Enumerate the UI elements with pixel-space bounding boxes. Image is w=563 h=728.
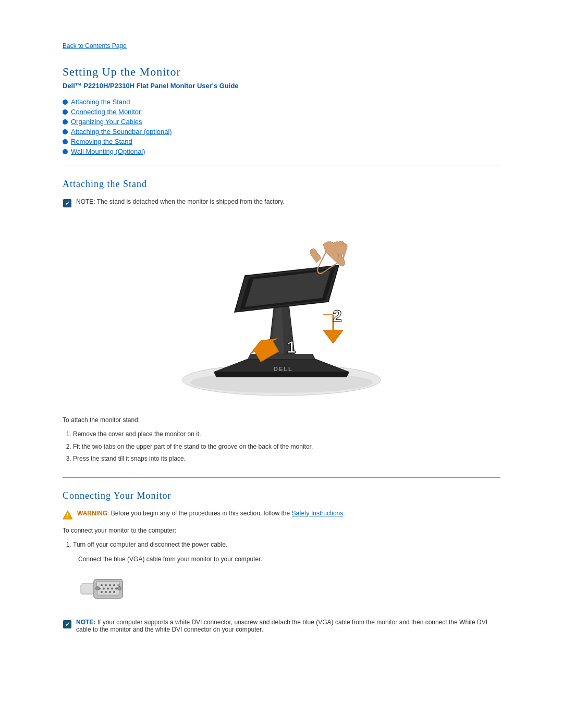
nav-item-connecting-monitor[interactable]: Connecting the Monitor — [63, 108, 500, 116]
svg-point-20 — [107, 588, 109, 590]
svg-text:1: 1 — [287, 338, 296, 356]
svg-point-17 — [117, 584, 119, 586]
subtitle: Dell™ P2210H/P2310H Flat Panel Monitor U… — [63, 82, 500, 90]
svg-point-13 — [101, 584, 103, 586]
divider-2 — [63, 477, 500, 478]
nav-item-soundbar[interactable]: Attaching the Soundbar (optional) — [63, 128, 500, 135]
nav-link-attaching-stand[interactable]: Attaching the Stand — [71, 98, 130, 106]
warning-label: WARNING — [77, 510, 107, 517]
nav-link-connecting-monitor[interactable]: Connecting the Monitor — [71, 108, 141, 116]
nav-link-removing-stand[interactable]: Removing the Stand — [71, 138, 132, 145]
svg-point-27 — [96, 587, 100, 590]
connect-steps-list: Turn off your computer and disconnect th… — [73, 539, 500, 551]
svg-text:2: 2 — [333, 306, 342, 325]
svg-point-21 — [111, 588, 113, 590]
nav-bullet — [63, 119, 68, 125]
vga-connector-illustration — [78, 568, 130, 610]
svg-point-16 — [113, 584, 115, 586]
note2-label: NOTE: — [76, 619, 95, 626]
note-vga-text: NOTE: If your computer supports a white … — [76, 619, 500, 633]
svg-point-22 — [115, 588, 117, 590]
nav-link-wall-mounting[interactable]: Wall Mounting (Optional) — [71, 147, 145, 155]
svg-point-26 — [113, 591, 115, 593]
connect-step-1: Turn off your computer and disconnect th… — [73, 539, 500, 551]
svg-point-25 — [109, 591, 111, 593]
attaching-stand-title: Attaching the Stand — [63, 179, 500, 190]
nav-link-organizing-cables[interactable]: Organizing Your Cables — [71, 118, 142, 126]
nav-bullet — [63, 139, 68, 144]
attach-steps-list: Remove the cover and place the monitor o… — [73, 429, 500, 465]
nav-bullet — [63, 129, 68, 134]
nav-item-organizing-cables[interactable]: Organizing Your Cables — [63, 118, 500, 126]
svg-point-23 — [101, 591, 103, 593]
warning-text: WARNING: Before you begin any of the pro… — [77, 510, 345, 517]
svg-point-14 — [105, 584, 107, 586]
svg-point-24 — [105, 591, 107, 593]
attach-step-3: Press the stand till it snaps into its p… — [73, 453, 500, 465]
note-icon: ✓ — [63, 199, 72, 208]
nav-item-attaching-stand[interactable]: Attaching the Stand — [63, 98, 500, 106]
to-connect-text: To connect your monitor to the computer: — [63, 527, 500, 534]
attach-step-1: Remove the cover and place the monitor o… — [73, 429, 500, 440]
nav-link-soundbar[interactable]: Attaching the Soundbar (optional) — [71, 128, 172, 135]
warning-before-link: : Before you begin any of the procedures… — [107, 510, 292, 517]
svg-text:✓: ✓ — [65, 200, 70, 206]
nav-list: Attaching the Stand Connecting the Monit… — [63, 98, 500, 155]
nav-item-wall-mounting[interactable]: Wall Mounting (Optional) — [63, 147, 500, 155]
safety-instructions-link[interactable]: Safety Instructions — [292, 510, 344, 517]
note-box-vga: ✓ NOTE: If your computer supports a whit… — [63, 619, 500, 633]
page-title: Setting Up the Monitor — [63, 65, 500, 79]
svg-point-15 — [109, 584, 111, 586]
note-icon-2: ✓ — [63, 620, 72, 629]
warning-end: . — [343, 510, 345, 517]
attach-caption: To attach the monitor stand: — [63, 416, 500, 424]
attach-step-2: Fit the two tabs on the upper part of th… — [73, 441, 500, 453]
nav-bullet — [63, 149, 68, 154]
svg-point-28 — [118, 587, 121, 590]
svg-text:DELL: DELL — [274, 366, 293, 372]
nav-bullet — [63, 100, 68, 105]
svg-point-19 — [103, 588, 105, 590]
nav-item-removing-stand[interactable]: Removing the Stand — [63, 138, 500, 145]
warning-box: ! WARNING: Before you begin any of the p… — [63, 510, 500, 520]
warning-icon: ! — [63, 510, 73, 520]
vga-image-container — [78, 568, 500, 611]
svg-text:!: ! — [67, 512, 69, 519]
note-box-stand: ✓ NOTE: The stand is detached when the m… — [63, 198, 500, 208]
divider-1 — [63, 166, 500, 166]
svg-text:✓: ✓ — [65, 621, 70, 627]
nav-bullet — [63, 109, 68, 115]
note2-text: If your computer supports a white DVI co… — [76, 619, 487, 633]
back-to-contents-link[interactable]: Back to Contents Page — [63, 42, 127, 50]
connect-blue-text: Connect the blue (VGA) cable from your m… — [78, 556, 500, 563]
stand-image-container: 1 2 DELL — [63, 218, 500, 406]
connecting-monitor-title: Connecting Your Monitor — [63, 490, 500, 501]
note-stand-text: NOTE: The stand is detached when the mon… — [76, 198, 285, 205]
stand-illustration: 1 2 DELL — [172, 218, 391, 406]
